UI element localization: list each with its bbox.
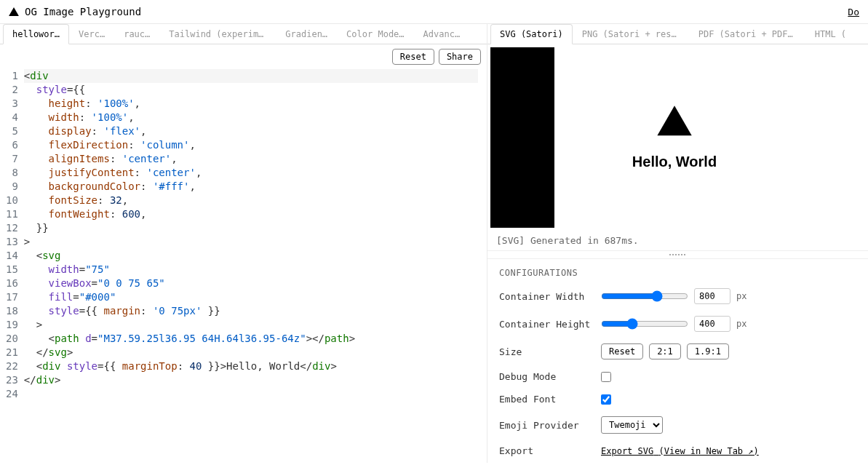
width-label: Container Width [499, 291, 601, 302]
emoji-provider-select[interactable]: Twemoji [601, 416, 663, 434]
preview-pane: SVG (Satori)PNG (Satori + resvg-js)PDF (… [487, 24, 868, 463]
size-label: Size [499, 346, 601, 357]
debug-checkbox[interactable] [601, 372, 611, 382]
reset-button[interactable]: Reset [392, 49, 434, 65]
example-tab-6[interactable]: Advanc… [414, 24, 470, 44]
ratio-2-1-button[interactable]: 2:1 [649, 343, 681, 359]
ratio-19-1-button[interactable]: 1.9:1 [687, 343, 729, 359]
example-tab-1[interactable]: Verc… [69, 24, 114, 44]
export-label: Export [499, 445, 601, 456]
logo-icon [9, 7, 19, 17]
output-tabs: SVG (Satori)PNG (Satori + resvg-js)PDF (… [487, 24, 868, 44]
output-tab-2[interactable]: PDF (Satori + PDFKit) [689, 24, 805, 44]
preview-text: Hello, World [632, 154, 717, 170]
debug-label: Debug Mode [499, 371, 601, 382]
height-slider[interactable] [601, 318, 688, 330]
width-unit: px [736, 291, 746, 301]
output-tab-3[interactable]: HTML ( [805, 24, 856, 44]
emoji-label: Emoji Provider [499, 420, 601, 431]
embed-label: Embed Font [499, 394, 601, 405]
app-title-text: OG Image Playground [25, 6, 141, 17]
example-tab-2[interactable]: rauc… [114, 24, 159, 44]
example-tab-0[interactable]: hellowor… [3, 24, 69, 44]
output-tab-1[interactable]: PNG (Satori + resvg-js) [573, 24, 689, 44]
editor-pane: hellowor…Verc…rauc…Tailwind (experiment…… [0, 24, 487, 463]
size-reset-button[interactable]: Reset [601, 343, 643, 359]
preview-canvas: Hello, World [554, 47, 795, 228]
preview-area: Hello, World [487, 44, 868, 231]
render-status: [SVG] Generated in 687ms. [487, 231, 868, 250]
preview-sidebar-black [490, 47, 554, 228]
config-panel: CONFIGURATIONS Container Width px Contai… [487, 259, 868, 463]
share-button[interactable]: Share [439, 49, 481, 65]
example-tab-5[interactable]: Color Mode… [337, 24, 413, 44]
editor-toolbar: Reset Share [0, 44, 487, 69]
output-tab-0[interactable]: SVG (Satori) [490, 24, 573, 44]
embed-font-checkbox[interactable] [601, 394, 611, 405]
height-input[interactable] [694, 316, 730, 332]
example-tab-4[interactable]: Gradien… [276, 24, 337, 44]
code-editor[interactable]: 123456789101112131415161718192021222324 … [0, 69, 487, 463]
resize-handle[interactable] [487, 250, 868, 259]
header: OG Image Playground Do [0, 0, 868, 24]
height-unit: px [736, 319, 746, 329]
height-label: Container Height [499, 319, 601, 330]
docs-link[interactable]: Do [848, 7, 859, 17]
width-input[interactable] [694, 288, 730, 304]
app-title: OG Image Playground [9, 6, 141, 17]
example-tabs: hellowor…Verc…rauc…Tailwind (experiment…… [0, 24, 487, 44]
config-heading: CONFIGURATIONS [499, 268, 856, 278]
preview-triangle-icon [657, 106, 692, 136]
width-slider[interactable] [601, 290, 688, 302]
example-tab-3[interactable]: Tailwind (experiment… [159, 24, 276, 44]
export-svg-link[interactable]: Export SVG (View in New Tab ↗) [601, 446, 759, 456]
